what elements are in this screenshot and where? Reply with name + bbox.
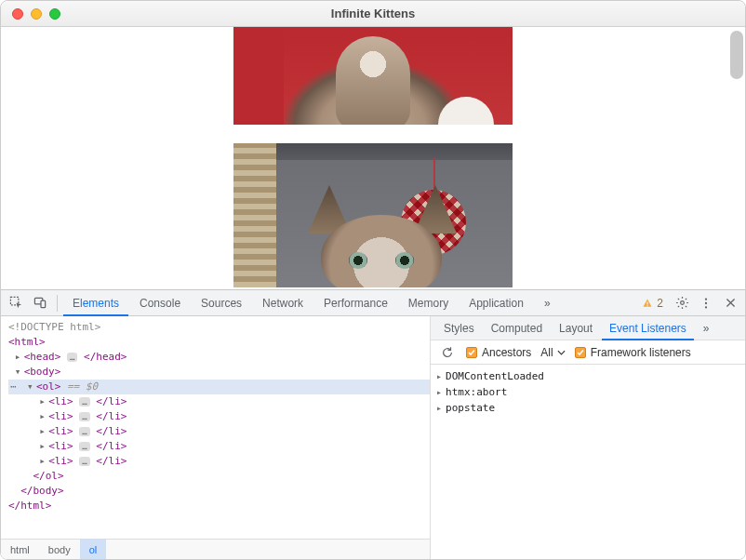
listener-item[interactable]: htmx:abort [436, 384, 739, 400]
dom-node[interactable]: <li> [48, 440, 73, 452]
framework-label: Framework listeners [591, 346, 691, 359]
dom-node: </ol> [33, 470, 64, 482]
tab-sources[interactable]: Sources [192, 290, 251, 316]
tab-network[interactable]: Network [253, 290, 313, 316]
listeners-toolbar: Ancestors All Framework listeners [431, 340, 745, 365]
dom-node[interactable]: <body> [24, 366, 61, 378]
event-listeners-list: DOMContentLoaded htmx:abort popstate [431, 365, 745, 559]
elements-panel: <!DOCTYPE html> <html> ▸<head> … </head>… [1, 316, 431, 559]
devtools-panel: Elements Console Sources Network Perform… [1, 289, 745, 559]
framework-checkbox[interactable]: Framework listeners [575, 346, 691, 359]
stab-event-listeners[interactable]: Event Listeners [602, 316, 694, 340]
svg-point-7 [705, 301, 707, 303]
refresh-icon[interactable] [438, 343, 457, 362]
ancestors-checkbox[interactable]: Ancestors [466, 346, 531, 359]
tab-memory[interactable]: Memory [399, 290, 458, 316]
dom-node: </html> [8, 500, 51, 512]
crumb-html[interactable]: html [1, 540, 39, 559]
window-titlebar: Infinite Kittens [1, 1, 745, 27]
ancestors-label: Ancestors [482, 346, 531, 359]
breadcrumb: html body ol [1, 539, 430, 559]
listener-item[interactable]: popstate [436, 400, 739, 416]
gear-icon[interactable] [671, 292, 693, 314]
warnings-count: 2 [657, 297, 663, 310]
tab-performance[interactable]: Performance [314, 290, 397, 316]
dom-node-selected[interactable]: <ol> [36, 380, 61, 393]
svg-point-5 [680, 301, 684, 305]
traffic-lights [1, 8, 60, 20]
page-content [1, 27, 745, 289]
crumb-body[interactable]: body [39, 540, 80, 559]
dom-node[interactable]: <head> [24, 351, 61, 363]
dom-doctype: <!DOCTYPE html> [8, 321, 100, 333]
dom-tree[interactable]: <!DOCTYPE html> <html> ▸<head> … </head>… [1, 316, 430, 539]
maximize-icon[interactable] [49, 8, 60, 20]
stab-layout[interactable]: Layout [552, 316, 600, 340]
crumb-ol[interactable]: ol [80, 540, 107, 559]
close-icon[interactable] [12, 8, 23, 20]
kitten-image-2 [233, 143, 513, 287]
tab-console[interactable]: Console [130, 290, 190, 316]
chevron-down-icon [557, 350, 566, 355]
tab-application[interactable]: Application [460, 290, 533, 316]
kitten-image-1 [233, 27, 513, 125]
svg-rect-3 [647, 301, 648, 304]
inspect-icon[interactable] [5, 292, 27, 314]
tabs-overflow[interactable]: » [535, 290, 560, 316]
dom-node[interactable]: <html> [8, 336, 46, 348]
dom-node[interactable]: <li> [48, 410, 73, 422]
sidebar-tabs: Styles Computed Layout Event Listeners » [431, 316, 745, 340]
svg-rect-2 [40, 300, 45, 308]
dom-node[interactable]: <li> [48, 395, 73, 407]
elements-sidebar: Styles Computed Layout Event Listeners »… [431, 316, 745, 559]
device-toggle-icon[interactable] [29, 292, 51, 314]
stab-styles[interactable]: Styles [436, 316, 482, 340]
vertical-scrollbar[interactable] [730, 31, 743, 79]
window-title: Infinite Kittens [1, 7, 745, 20]
svg-rect-4 [647, 305, 648, 306]
scope-select[interactable]: All [540, 346, 565, 359]
dom-node[interactable]: <li> [48, 425, 73, 437]
kebab-icon[interactable] [695, 292, 717, 314]
warnings-badge[interactable]: 2 [636, 297, 669, 310]
minimize-icon[interactable] [31, 8, 42, 20]
svg-point-8 [705, 306, 707, 308]
sidebar-overflow[interactable]: » [696, 316, 717, 340]
stab-computed[interactable]: Computed [484, 316, 550, 340]
dom-node[interactable]: <li> [48, 455, 73, 467]
svg-point-6 [705, 298, 707, 300]
listener-item[interactable]: DOMContentLoaded [436, 368, 739, 384]
close-devtools-icon[interactable] [719, 292, 741, 314]
dom-node: </body> [20, 485, 63, 497]
tab-elements[interactable]: Elements [63, 290, 128, 316]
devtools-tabs: Elements Console Sources Network Perform… [1, 290, 745, 316]
